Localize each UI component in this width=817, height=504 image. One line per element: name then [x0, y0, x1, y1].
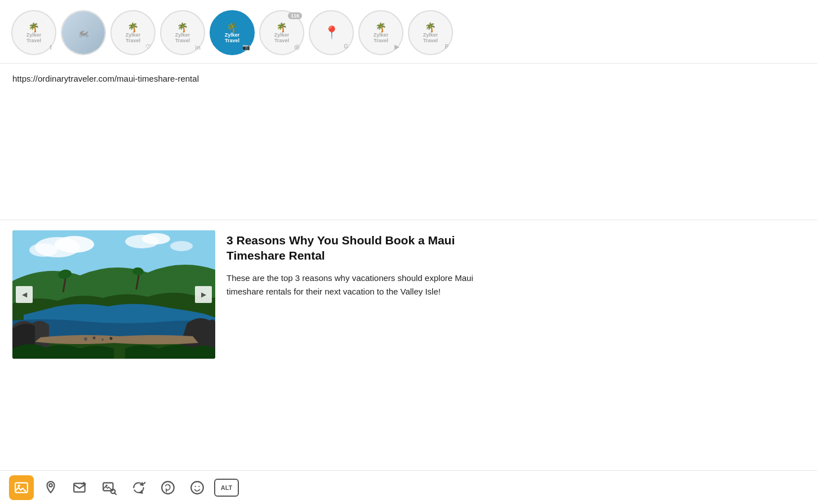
svg-point-5 — [142, 233, 170, 244]
svg-point-27 — [198, 485, 199, 487]
search-image-button[interactable] — [97, 475, 122, 500]
svg-point-9 — [101, 338, 104, 341]
empty-area — [0, 90, 817, 220]
alt-label: ALT — [221, 484, 233, 491]
social-icon-photo[interactable]: 🏍 🔗 — [61, 10, 106, 55]
location-button[interactable] — [38, 475, 63, 500]
email-icon — [73, 480, 87, 495]
card-description: These are the top 3 reasons why vacation… — [227, 271, 478, 298]
url-text: https://ordinarytraveler.com/maui-timesh… — [12, 74, 199, 83]
bottom-toolbar: ALT — [0, 470, 817, 504]
svg-point-6 — [170, 241, 193, 251]
svg-point-7 — [84, 337, 87, 341]
card-text: 3 Reasons Why You Should Book a Maui Tim… — [227, 230, 478, 298]
image-icon — [14, 480, 29, 495]
social-icon-instagram2[interactable]: 116 🌴 ZylkerTravel ◎ — [259, 10, 304, 55]
search-image-icon — [102, 480, 117, 495]
social-icon-instagram-active[interactable]: 🌴 ZylkerTravel 📷 — [210, 10, 255, 55]
location-icon — [43, 480, 58, 495]
social-icon-pinterest[interactable]: 🌴 ZylkerTravel 𝖯 — [408, 10, 453, 55]
svg-point-8 — [93, 337, 96, 340]
card-title: 3 Reasons Why You Should Book a Maui Tim… — [227, 233, 478, 264]
url-bar: https://ordinarytraveler.com/maui-timesh… — [0, 64, 817, 90]
emoji-button[interactable] — [185, 475, 210, 500]
svg-point-25 — [191, 481, 203, 494]
image-button[interactable] — [9, 475, 34, 500]
card-image-wrapper: ◀ ▶ — [12, 230, 215, 359]
notification-badge: 116 — [288, 12, 302, 19]
emoji-icon — [190, 480, 205, 495]
svg-point-16 — [18, 484, 20, 487]
refresh-icon — [131, 480, 146, 495]
next-button[interactable]: ▶ — [195, 286, 212, 303]
card-image-svg — [12, 230, 215, 359]
social-icon-linkedin[interactable]: 🌴 ZylkerTravel in — [160, 10, 205, 55]
svg-point-2 — [55, 236, 94, 253]
social-icon-youtube[interactable]: 🌴 ZylkerTravel ▶ — [358, 10, 403, 55]
svg-point-26 — [195, 485, 196, 487]
alt-text-button[interactable]: ALT — [214, 479, 239, 497]
svg-point-10 — [110, 337, 113, 340]
social-icons-row: 🌴 ZylkerTravel f 🏍 🔗 🌴 ZylkerTravel ♡ 🌴 … — [0, 0, 817, 63]
prev-button[interactable]: ◀ — [16, 286, 33, 303]
social-icon-twitter[interactable]: 🌴 ZylkerTravel ♡ — [110, 10, 156, 55]
svg-point-24 — [162, 481, 174, 494]
content-card: ◀ ▶ 3 Reasons Why You Should Book a Maui… — [0, 220, 490, 369]
pinterest-button[interactable] — [156, 475, 180, 500]
pinterest-icon — [161, 480, 175, 495]
refresh-button[interactable] — [126, 475, 151, 500]
social-icon-google[interactable]: 📍 G — [309, 10, 354, 55]
svg-point-3 — [29, 243, 57, 257]
email-button[interactable] — [68, 475, 92, 500]
social-icon-facebook[interactable]: 🌴 ZylkerTravel f — [11, 10, 56, 55]
svg-point-17 — [49, 483, 52, 486]
svg-line-23 — [114, 493, 116, 494]
